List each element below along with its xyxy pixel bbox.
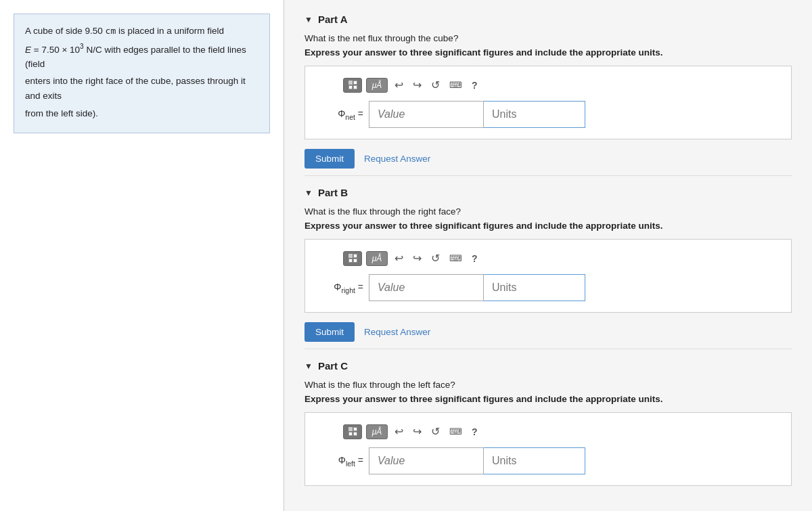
part-c-redo-btn[interactable]: ↪ — [410, 424, 424, 439]
separator-bc — [304, 349, 792, 349]
part-b-submit-btn[interactable]: Submit — [304, 322, 355, 342]
part-b-header[interactable]: ▼ Part B — [304, 187, 792, 198]
part-c-matrix-btn[interactable] — [343, 424, 362, 439]
part-c-undo-btn[interactable]: ↩ — [392, 424, 406, 439]
part-c-question: What is the flux through the left face? — [304, 380, 792, 390]
part-a-help-btn[interactable]: ? — [469, 79, 480, 92]
part-c-title: Part C — [318, 360, 348, 372]
part-b-action-row: Submit Request Answer — [304, 322, 792, 342]
part-a-keyboard-btn[interactable]: ⌨ — [447, 79, 465, 91]
part-a-arrow: ▼ — [304, 15, 313, 24]
part-c-units-input[interactable] — [484, 447, 585, 474]
part-c-help-btn[interactable]: ? — [469, 425, 480, 439]
part-a-answer-box: μÅ ↩ ↪ ↺ ⌨ ? Φnet = — [304, 66, 792, 139]
part-c-input-row: Φleft = — [316, 447, 780, 474]
part-b-keyboard-btn[interactable]: ⌨ — [447, 252, 465, 265]
part-a-redo-btn[interactable]: ↪ — [410, 77, 424, 93]
part-a-section: ▼ Part A What is the net flux through th… — [304, 14, 792, 169]
part-b-phi-label: Φright = — [316, 282, 363, 294]
part-b-undo-btn[interactable]: ↩ — [392, 250, 406, 266]
part-c-arrow: ▼ — [304, 361, 313, 371]
part-c-keyboard-btn[interactable]: ⌨ — [447, 425, 465, 438]
part-b-toolbar: μÅ ↩ ↪ ↺ ⌨ ? — [316, 250, 780, 266]
part-c-header[interactable]: ▼ Part C — [304, 360, 792, 372]
part-b-request-answer-btn[interactable]: Request Answer — [364, 327, 430, 337]
problem-line-2: E = 7.50 × 103 N/C with edges parallel t… — [25, 41, 258, 72]
part-b-refresh-btn[interactable]: ↺ — [428, 250, 443, 266]
part-a-instruction: Express your answer to three significant… — [304, 47, 792, 58]
part-c-phi-label: Φleft = — [316, 455, 363, 468]
part-c-answer-box: μÅ ↩ ↪ ↺ ⌨ ? Φleft = — [304, 412, 792, 486]
part-a-request-answer-btn[interactable]: Request Answer — [364, 154, 430, 164]
problem-line-4: from the left side). — [25, 106, 258, 121]
part-a-value-input[interactable] — [369, 101, 484, 128]
part-c-value-input[interactable] — [369, 447, 484, 474]
part-c-instruction: Express your answer to three significant… — [304, 394, 792, 404]
part-a-units-input[interactable] — [484, 101, 585, 128]
part-a-matrix-btn[interactable] — [343, 78, 362, 93]
part-c-mu-btn[interactable]: μÅ — [366, 424, 388, 439]
part-b-matrix-btn[interactable] — [343, 251, 362, 266]
part-a-input-row: Φnet = — [316, 101, 780, 128]
part-b-title: Part B — [318, 187, 348, 198]
part-c-toolbar: μÅ ↩ ↪ ↺ ⌨ ? — [316, 424, 780, 439]
part-a-undo-btn[interactable]: ↩ — [392, 77, 406, 93]
part-a-refresh-btn[interactable]: ↺ — [428, 77, 443, 93]
part-b-instruction: Express your answer to three significant… — [304, 221, 792, 231]
part-b-question: What is the flux through the right face? — [304, 206, 792, 217]
part-a-question: What is the net flux through the cube? — [304, 33, 792, 43]
part-a-action-row: Submit Request Answer — [304, 149, 792, 169]
problem-line-3: enters into the right face of the cube, … — [25, 74, 258, 103]
part-c-section: ▼ Part C What is the flux through the le… — [304, 360, 792, 486]
part-b-input-row: Φright = — [316, 274, 780, 301]
part-a-header[interactable]: ▼ Part A — [304, 14, 792, 25]
problem-box: A cube of side 9.50 cm is placed in a un… — [14, 14, 270, 133]
left-panel: A cube of side 9.50 cm is placed in a un… — [0, 0, 284, 511]
part-b-arrow: ▼ — [304, 188, 313, 198]
part-b-answer-box: μÅ ↩ ↪ ↺ ⌨ ? Φright = — [304, 239, 792, 313]
part-a-toolbar: μÅ ↩ ↪ ↺ ⌨ ? — [316, 77, 780, 93]
problem-line-1: A cube of side 9.50 cm is placed in a un… — [25, 24, 258, 39]
separator-ab — [304, 175, 792, 176]
part-c-refresh-btn[interactable]: ↺ — [428, 424, 443, 439]
part-b-redo-btn[interactable]: ↪ — [410, 250, 424, 266]
part-a-phi-label: Φnet = — [316, 108, 363, 121]
part-b-section: ▼ Part B What is the flux through the ri… — [304, 187, 792, 342]
part-b-help-btn[interactable]: ? — [469, 252, 480, 265]
part-b-mu-btn[interactable]: μÅ — [366, 251, 388, 266]
part-a-mu-btn[interactable]: μÅ — [366, 78, 388, 93]
part-a-title: Part A — [318, 14, 348, 25]
part-a-submit-btn[interactable]: Submit — [304, 149, 355, 169]
part-b-units-input[interactable] — [484, 274, 585, 301]
part-b-value-input[interactable] — [369, 274, 484, 301]
right-panel: ▼ Part A What is the net flux through th… — [284, 0, 812, 511]
